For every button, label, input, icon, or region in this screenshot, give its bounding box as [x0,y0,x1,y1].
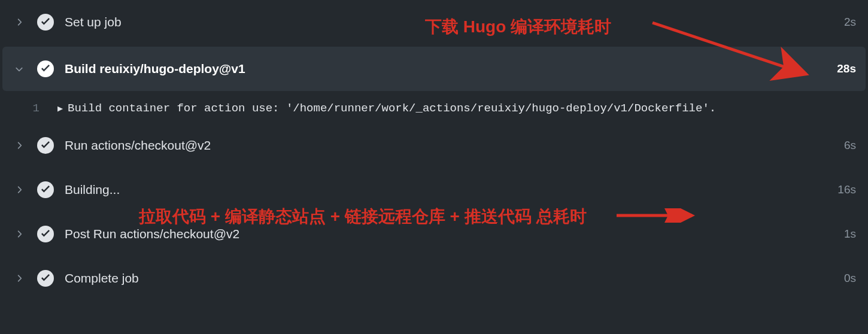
step-duration: 16s [825,183,856,196]
check-circle-icon [37,181,54,198]
chevron-right-icon [12,15,26,29]
check-circle-icon [37,226,54,242]
chevron-right-icon [12,271,26,286]
step-row-post-checkout[interactable]: Post Run actions/checkout@v2 1s [0,212,868,256]
step-duration: 6s [832,139,856,152]
chevron-right-icon [12,227,26,241]
step-duration: 0s [832,272,856,285]
step-row-setup-job[interactable]: Set up job 2s [0,0,868,44]
log-text: Build container for action use: '/home/r… [68,102,716,115]
check-circle-icon [37,270,54,287]
check-circle-icon [37,60,54,77]
step-duration: 1s [832,227,856,241]
step-label: Complete job [65,271,832,286]
step-label: Build reuixiy/hugo-deploy@v1 [65,62,825,76]
check-circle-icon [37,137,54,154]
step-label: Set up job [65,15,832,29]
step-duration: 28s [825,62,856,75]
step-row-checkout[interactable]: Run actions/checkout@v2 6s [0,123,868,168]
step-label: Run actions/checkout@v2 [65,138,832,153]
chevron-right-icon [12,183,26,197]
play-icon: ▶ [57,103,63,114]
chevron-right-icon [12,138,26,153]
log-line-number: 1 [12,102,40,115]
step-row-build-hugo-deploy[interactable]: Build reuixiy/hugo-deploy@v1 28s [2,47,866,91]
step-duration: 2s [832,16,856,29]
chevron-down-icon [12,62,26,76]
step-row-building[interactable]: Building... 16s [0,168,868,212]
step-row-complete-job[interactable]: Complete job 0s [0,256,868,300]
step-label: Building... [65,183,825,197]
check-circle-icon [37,14,54,31]
log-line[interactable]: 1 ▶ Build container for action use: '/ho… [0,93,868,123]
step-label: Post Run actions/checkout@v2 [65,227,832,241]
